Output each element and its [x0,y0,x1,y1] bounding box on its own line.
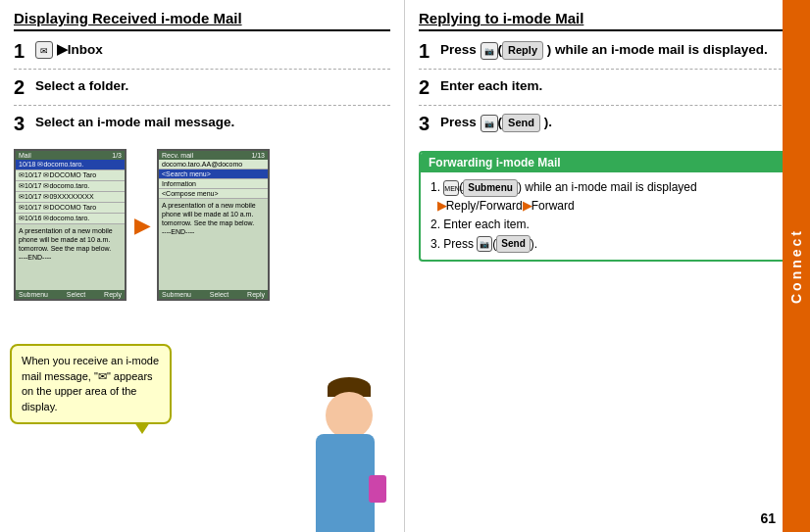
submenu-btn: Submenu [463,179,518,197]
left-step-1-content: ✉ ▶Inbox [35,39,103,60]
reply-btn: Reply [502,41,543,60]
left-section-title: Displaying Received i-mode Mail [14,10,390,31]
left-step-2: 2 Select a folder. [14,75,390,106]
right-panel: Replying to i-mode Mail 1 Press 📷(Reply … [405,0,810,532]
right-step-3-number: 3 [419,112,440,135]
fwd-line-3: 2. Enter each item. [430,216,785,234]
sidebar-label: Connect [788,228,804,304]
screen2-header: Recv. mail 1/13 [159,151,268,160]
screenshots-area: Mail 1/3 10/18 ✉docomo.taro. ✉10/17 ✉DOC… [14,149,390,301]
fwd-line-4: 3. Press 📷(Send). [430,235,785,254]
forwarding-box: Forwarding i-mode Mail 1. MENU(Submenu) … [419,151,796,262]
phone-screen-1: Mail 1/3 10/18 ✉docomo.taro. ✉10/17 ✉DOC… [14,149,127,301]
left-step-2-content: Select a folder. [35,75,128,96]
screen1-footer: Submenu Select Reply [16,290,125,299]
arrow-between-screens: ▶ [134,149,149,301]
right-section-title: Replying to i-mode Mail [419,10,796,31]
right-sidebar: Connect [783,0,810,532]
menu-icon: MENU [443,180,459,196]
char-head [326,392,373,439]
right-step-2-number: 2 [419,75,440,99]
screen1-row-1: 10/18 ✉docomo.taro. [16,160,125,170]
right-step-1-number: 1 [419,39,440,63]
fwd-send-btn: Send [496,235,530,253]
camera-icon-step3: 📷 [481,115,498,132]
left-step-3-number: 3 [14,112,35,135]
right-step-3: 3 Press 📷(Send ). [419,112,796,141]
send-btn: Send [502,114,540,132]
right-step-1: 1 Press 📷(Reply ) while an i-mode mail i… [419,39,796,70]
phone-screen-2: Recv. mail 1/13 docomo.taro.AA@docomo <S… [157,149,270,301]
screen2-body: A presentation of a new mobile phone wil… [159,199,268,238]
screen2-footer: Submenu Select Reply [159,290,268,299]
left-step-3-content: Select an i-mode mail message. [35,112,234,132]
fwd-line-2: ▶Reply/Forward▶Forward [430,197,785,216]
inbox-icon: ✉ [35,41,53,59]
char-body [316,434,375,532]
camera-icon-step1: 📷 [481,42,498,60]
forwarding-box-body: 1. MENU(Submenu) while an i-mode mail is… [421,172,794,260]
screen1-row-2: ✉10/17 ✉DOCOMO Taro [16,170,125,181]
left-title-text: Displaying Received i-mode Mail [14,10,242,26]
right-step-1-content: Press 📷(Reply ) while an i-mode mail is … [440,39,768,60]
screen2-row-info: Information [159,179,268,189]
forwarding-box-title: Forwarding i-mode Mail [421,153,794,172]
left-step-1: 1 ✉ ▶Inbox [14,39,390,70]
right-step-2-content: Enter each item. [440,75,542,96]
right-step-3-content: Press 📷(Send ). [440,112,552,132]
screen1-header: Mail 1/3 [16,151,125,160]
right-title-text: Replying to i-mode Mail [419,10,583,26]
screen2-row-addr: docomo.taro.AA@docomo [159,160,268,169]
left-step-3: 3 Select an i-mode mail message. [14,112,390,141]
camera-icon-fwd: 📷 [477,236,492,252]
character-figure [306,405,394,532]
screen2-row-compose: <Compose menu> [159,189,268,199]
screen1-row-4: ✉10/17 ✉09XXXXXXXX [16,192,125,203]
left-step-1-number: 1 [14,39,35,63]
left-step-2-number: 2 [14,75,35,99]
char-phone [369,475,386,503]
screen1-row-3: ✉10/17 ✉docomo.taro. [16,181,125,192]
screen2-row-search: <Search menu> [159,169,268,179]
screen1-row-5: ✉10/17 ✉DOCOMO Taro [16,203,125,214]
fwd-line-1: 1. MENU(Submenu) while an i-mode mail is… [430,178,785,197]
tip-balloon: When you receive an i-mode mail message,… [10,344,172,424]
screen1-row-6: ✉10/16 ✉docomo.taro. [16,214,125,224]
screen1-body: A presentation of a new mobile phone wil… [16,224,125,264]
left-panel: Displaying Received i-mode Mail 1 ✉ ▶Inb… [0,0,405,532]
page-number: 61 [760,510,776,526]
right-step-2: 2 Enter each item. [419,75,796,106]
